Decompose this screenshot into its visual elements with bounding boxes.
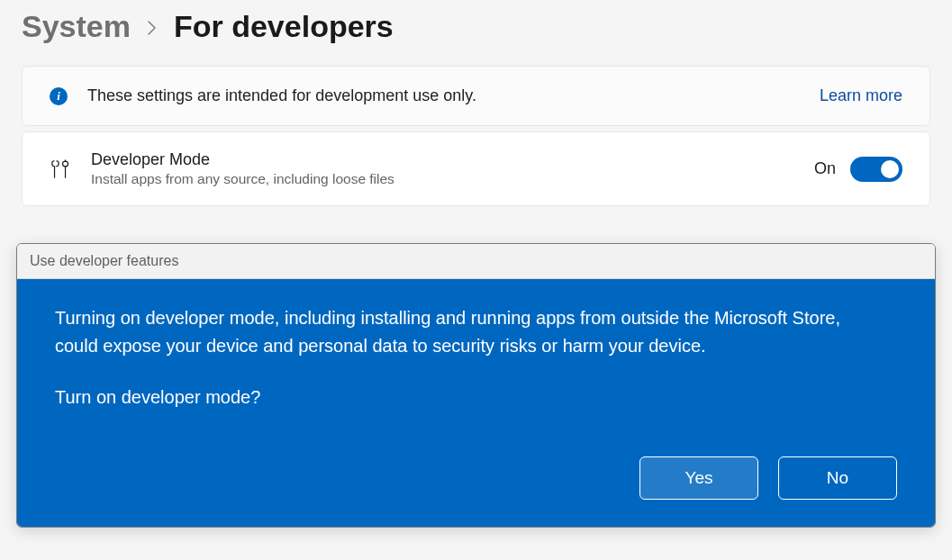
confirm-dialog: Use developer features Turning on develo…	[16, 243, 936, 528]
breadcrumb: System For developers	[0, 0, 952, 66]
developer-mode-toggle[interactable]	[850, 157, 902, 182]
info-banner-text: These settings are intended for developm…	[87, 86, 800, 105]
dialog-title: Use developer features	[17, 244, 935, 279]
breadcrumb-parent[interactable]: System	[22, 9, 131, 44]
developer-tools-icon	[50, 158, 71, 181]
yes-button[interactable]: Yes	[639, 456, 758, 500]
dialog-question: Turn on developer mode?	[55, 387, 897, 408]
info-banner: i These settings are intended for develo…	[22, 66, 930, 126]
svg-point-0	[63, 161, 68, 167]
setting-subtitle: Install apps from any source, including …	[91, 171, 794, 187]
toggle-state-label: On	[814, 159, 836, 178]
no-button[interactable]: No	[778, 456, 897, 500]
page-title: For developers	[174, 9, 394, 44]
toggle-knob	[881, 160, 899, 178]
developer-mode-row: Developer Mode Install apps from any sou…	[22, 131, 930, 206]
info-icon: i	[50, 87, 68, 105]
dialog-message: Turning on developer mode, including ins…	[55, 304, 848, 360]
setting-title: Developer Mode	[91, 150, 794, 169]
learn-more-link[interactable]: Learn more	[820, 86, 902, 105]
chevron-right-icon	[147, 17, 158, 41]
